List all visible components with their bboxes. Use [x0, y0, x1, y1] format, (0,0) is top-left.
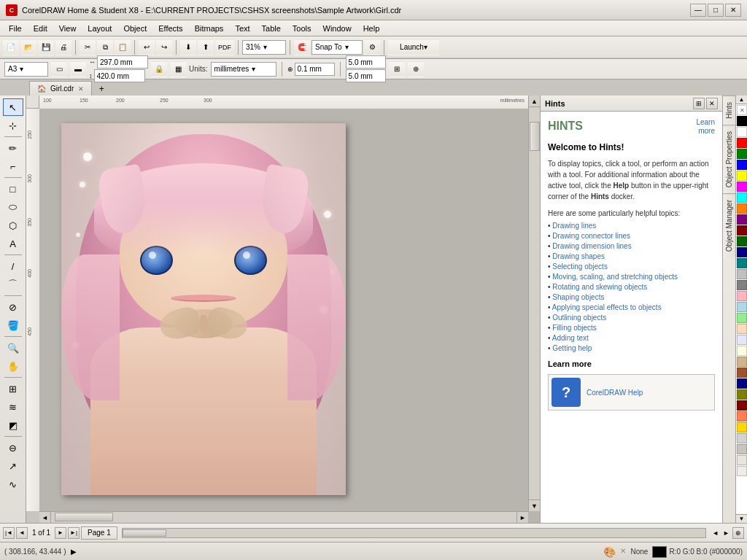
swatch-coral[interactable]: [737, 411, 747, 421]
hint-link-8[interactable]: Shaping objects: [548, 293, 715, 301]
origin-button[interactable]: ⊞: [389, 61, 405, 77]
swatch-white[interactable]: [737, 127, 747, 137]
hints-tab[interactable]: Hints: [723, 96, 735, 125]
page-tab-1[interactable]: Page 1: [81, 526, 117, 540]
x-position-input[interactable]: [346, 55, 386, 69]
eyedropper-tool[interactable]: ⊘: [3, 298, 23, 316]
canvas-scrollbar-h[interactable]: ◄ ►: [39, 511, 528, 523]
zoom-tool[interactable]: 🔍: [3, 339, 23, 357]
menu-layout[interactable]: Layout: [82, 23, 117, 34]
freehand-tool[interactable]: ⊹: [3, 117, 23, 134]
select-tool[interactable]: ↖: [3, 98, 23, 116]
swatch-magenta[interactable]: [737, 182, 747, 192]
undo-button[interactable]: ↩: [139, 39, 155, 55]
straight-line-tool[interactable]: /: [3, 257, 23, 275]
swatch-lightblue[interactable]: [737, 302, 747, 312]
swatch-brown[interactable]: [737, 368, 747, 378]
export-button[interactable]: ⬆: [198, 39, 214, 55]
circle-plus-button[interactable]: ⊕: [408, 61, 424, 77]
hint-link-13[interactable]: Getting help: [548, 344, 715, 352]
bleed-button[interactable]: ▦: [170, 61, 186, 77]
smudge-tool[interactable]: ↗: [3, 457, 23, 475]
scroll-nav-left[interactable]: ◄: [711, 529, 720, 537]
scroll-up-button[interactable]: ▲: [529, 96, 540, 107]
bezier-tool[interactable]: ⌒: [3, 276, 23, 293]
close-button[interactable]: ✕: [725, 4, 741, 17]
new-button[interactable]: 📄: [3, 39, 19, 55]
palette-scroll-up[interactable]: ▲: [736, 96, 747, 104]
hint-link-4[interactable]: Drawing shapes: [548, 252, 715, 260]
object-properties-tab[interactable]: Object Properties: [723, 125, 735, 193]
eraser-tool[interactable]: ⊖: [3, 439, 23, 456]
coreldraw-help-button[interactable]: ? CorelDRAW Help: [548, 374, 715, 411]
swatch-lavender[interactable]: [737, 335, 747, 345]
drop-shadow-tool[interactable]: ◩: [3, 416, 23, 434]
swatch-red[interactable]: [737, 138, 747, 148]
tab-close-button[interactable]: ✕: [78, 85, 84, 93]
swatch-yellow[interactable]: [737, 171, 747, 181]
hint-link-1[interactable]: Drawing lines: [548, 222, 715, 230]
height-input[interactable]: [94, 69, 145, 82]
swatch-black[interactable]: [737, 116, 747, 126]
pdf-button[interactable]: PDF: [215, 39, 234, 55]
menu-text[interactable]: Text: [229, 23, 255, 34]
polygon-tool[interactable]: ⬡: [3, 217, 23, 234]
smart-draw-tool[interactable]: ⌐: [3, 158, 23, 175]
hint-link-11[interactable]: Filling objects: [548, 324, 715, 332]
page-prev-button[interactable]: ◄: [16, 527, 28, 539]
hint-link-12[interactable]: Adding text: [548, 334, 715, 342]
width-input[interactable]: [97, 55, 148, 69]
menu-table[interactable]: Table: [256, 23, 287, 34]
hint-link-9[interactable]: Applying special effects to objects: [548, 303, 715, 311]
text-tool[interactable]: A: [3, 235, 23, 252]
swatch-peach[interactable]: [737, 324, 747, 334]
swatch-green[interactable]: [737, 149, 747, 159]
scroll-left-button[interactable]: ◄: [39, 512, 51, 524]
add-tab-button[interactable]: +: [95, 82, 108, 96]
options-button[interactable]: ⚙: [364, 39, 380, 55]
swatch-cyan[interactable]: [737, 192, 747, 203]
copy-button[interactable]: ⧉: [97, 39, 113, 55]
menu-tools[interactable]: Tools: [287, 23, 317, 34]
swatch-orange[interactable]: [737, 203, 747, 214]
fill-tool[interactable]: 🪣: [3, 316, 23, 334]
swatch-lightgray1[interactable]: [737, 433, 747, 443]
zoom-dropdown[interactable]: 31%: [242, 40, 286, 55]
scroll-thumb-v[interactable]: [530, 122, 540, 151]
hint-link-7[interactable]: Rotating and skewing objects: [548, 283, 715, 291]
save-button[interactable]: 💾: [38, 39, 54, 55]
nudge-input[interactable]: [295, 63, 335, 76]
swatch-tan[interactable]: [737, 357, 747, 367]
h-scroll-track[interactable]: [122, 528, 706, 538]
open-button[interactable]: 📂: [20, 39, 36, 55]
rectangle-tool[interactable]: □: [3, 180, 23, 198]
swatch-gold[interactable]: [737, 422, 747, 432]
canvas-scroll-area[interactable]: [39, 109, 540, 523]
launch-button[interactable]: Launch ▾: [388, 39, 439, 55]
snap-to-dropdown[interactable]: Snap To: [311, 40, 363, 55]
swatch-maroon[interactable]: [737, 400, 747, 411]
hint-link-5[interactable]: Selecting objects: [548, 262, 715, 271]
swatch-olive[interactable]: [737, 389, 747, 400]
swatch-purple[interactable]: [737, 214, 747, 225]
menu-file[interactable]: File: [3, 23, 28, 34]
swatch-lightgray3[interactable]: [737, 455, 747, 465]
menu-bitmaps[interactable]: Bitmaps: [189, 23, 230, 34]
import-button[interactable]: ⬇: [180, 39, 196, 55]
redo-button[interactable]: ↪: [156, 39, 172, 55]
swatch-lightyellow[interactable]: [737, 346, 747, 356]
paste-button[interactable]: 📋: [115, 39, 131, 55]
menu-help[interactable]: Help: [357, 23, 386, 34]
roughen-tool[interactable]: ∿: [3, 475, 23, 493]
freehand-draw-tool[interactable]: ✏: [3, 139, 23, 157]
hint-link-10[interactable]: Outlining objects: [548, 314, 715, 322]
menu-window[interactable]: Window: [317, 23, 357, 34]
swatch-darkred[interactable]: [737, 225, 747, 236]
hint-link-2[interactable]: Drawing connector lines: [548, 232, 715, 240]
swatch-x[interactable]: ✕: [737, 105, 747, 115]
hint-link-3[interactable]: Drawing dimension lines: [548, 242, 715, 250]
h-scroll-thumb[interactable]: [55, 513, 113, 521]
swatch-blue[interactable]: [737, 160, 747, 170]
swatch-lightgray2[interactable]: [737, 444, 747, 454]
transparency-tool[interactable]: ≋: [3, 398, 23, 416]
